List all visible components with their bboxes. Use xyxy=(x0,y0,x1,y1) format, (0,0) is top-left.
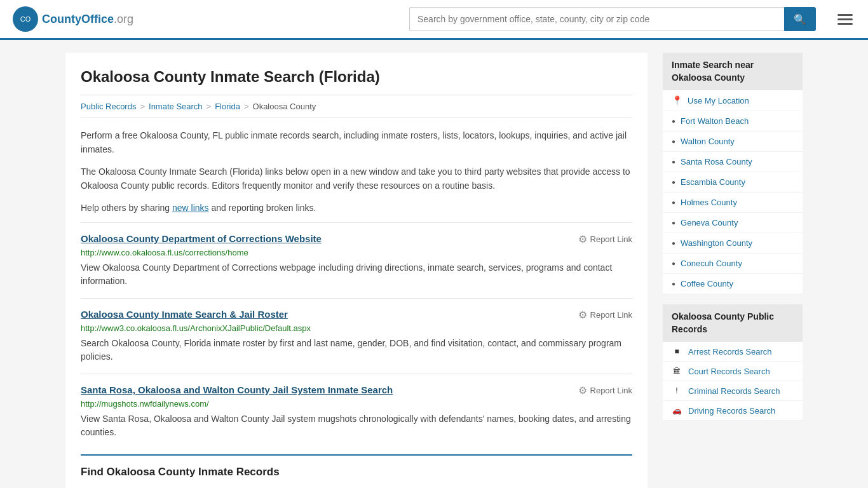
nearby-item-3[interactable]: ●Escambia County xyxy=(663,172,803,193)
nearby-item-8[interactable]: ●Coffee County xyxy=(663,274,803,294)
search-bar: 🔍 xyxy=(409,7,816,31)
find-desc: A Okaloosa County Inmate Search provides… xyxy=(81,485,632,488)
report-icon-1: ⚙ xyxy=(578,309,587,321)
pr-link-2[interactable]: Criminal Records Search xyxy=(688,386,780,396)
criminal-icon: ! xyxy=(672,386,682,396)
report-label-2: Report Link xyxy=(590,386,632,395)
logo-icon: CO xyxy=(13,6,38,32)
report-label-1: Report Link xyxy=(590,310,632,320)
pr-item-2[interactable]: !Criminal Records Search xyxy=(663,381,803,401)
public-records-section: Okaloosa County Public Records ■Arrest R… xyxy=(663,304,803,421)
public-records-header: Okaloosa County Public Records xyxy=(663,304,803,342)
main-content: Okaloosa County Inmate Search (Florida) … xyxy=(65,53,648,488)
report-link-0[interactable]: ⚙ Report Link xyxy=(578,233,632,245)
nearby-item-7[interactable]: ●Conecuh County xyxy=(663,254,803,274)
result-title-1[interactable]: Okaloosa County Inmate Search & Jail Ros… xyxy=(81,309,288,320)
use-my-location-link[interactable]: Use My Location xyxy=(688,96,749,105)
result-desc-1: Search Okaloosa County, Florida inmate r… xyxy=(81,337,632,363)
result-item-0: Okaloosa County Department of Correction… xyxy=(81,222,632,298)
report-link-1[interactable]: ⚙ Report Link xyxy=(578,309,632,321)
nearby-link-3[interactable]: Escambia County xyxy=(681,177,745,187)
breadcrumb-sep-1: > xyxy=(140,102,145,111)
nearby-item-5[interactable]: ●Geneva County xyxy=(663,213,803,233)
nearby-link-6[interactable]: Washington County xyxy=(681,238,752,248)
description-3: Help others by sharing new links and rep… xyxy=(81,201,632,215)
logo-text: CountyOffice.org xyxy=(42,13,133,26)
breadcrumb-public-records[interactable]: Public Records xyxy=(81,102,136,111)
location-icon: 📍 xyxy=(672,95,682,105)
site-logo[interactable]: CO CountyOffice.org xyxy=(13,6,133,32)
breadcrumb-sep-2: > xyxy=(207,102,212,111)
pr-link-0[interactable]: Arrest Records Search xyxy=(688,347,772,356)
menu-button[interactable] xyxy=(835,11,855,27)
nearby-item-1[interactable]: ●Walton County xyxy=(663,132,803,152)
report-icon-0: ⚙ xyxy=(578,233,587,245)
nearby-link-4[interactable]: Holmes County xyxy=(681,198,737,207)
arrest-icon: ■ xyxy=(672,346,682,356)
driving-icon: 🚗 xyxy=(672,405,682,416)
result-item-1: Okaloosa County Inmate Search & Jail Ros… xyxy=(81,298,632,374)
result-title-2[interactable]: Santa Rosa, Okaloosa and Walton County J… xyxy=(81,384,393,395)
nearby-items-container: ●Fort Walton Beach●Walton County●Santa R… xyxy=(663,111,803,294)
breadcrumb: Public Records > Inmate Search > Florida… xyxy=(81,95,632,118)
nearby-link-0[interactable]: Fort Walton Beach xyxy=(681,116,749,126)
pr-item-1[interactable]: 🏛Court Records Search xyxy=(663,362,803,381)
description-1: Perform a free Okaloosa County, FL publi… xyxy=(81,128,632,157)
sidebar: Inmate Search near Okaloosa County 📍 Use… xyxy=(663,53,803,488)
nearby-link-2[interactable]: Santa Rosa County xyxy=(681,157,752,166)
use-my-location-item[interactable]: 📍 Use My Location xyxy=(663,90,803,111)
result-item-2: Santa Rosa, Okaloosa and Walton County J… xyxy=(81,374,632,449)
result-title-0[interactable]: Okaloosa County Department of Correction… xyxy=(81,233,322,244)
nearby-dot-6: ● xyxy=(672,240,675,247)
breadcrumb-inmate-search[interactable]: Inmate Search xyxy=(149,102,203,111)
breadcrumb-florida[interactable]: Florida xyxy=(215,102,240,111)
page-title: Okaloosa County Inmate Search (Florida) xyxy=(81,68,632,86)
report-label-0: Report Link xyxy=(590,234,632,244)
nearby-section: Inmate Search near Okaloosa County 📍 Use… xyxy=(663,53,803,294)
nearby-link-1[interactable]: Walton County xyxy=(681,137,735,146)
nearby-dot-1: ● xyxy=(672,138,675,145)
nearby-item-6[interactable]: ●Washington County xyxy=(663,233,803,254)
nearby-link-8[interactable]: Coffee County xyxy=(681,279,733,288)
results-container: Okaloosa County Department of Correction… xyxy=(81,222,632,449)
nearby-dot-8: ● xyxy=(672,280,675,287)
new-links-link[interactable]: new links xyxy=(172,203,209,213)
report-link-2[interactable]: ⚙ Report Link xyxy=(578,384,632,396)
nearby-dot-5: ● xyxy=(672,219,675,226)
nearby-header: Inmate Search near Okaloosa County xyxy=(663,53,803,90)
svg-text:CO: CO xyxy=(20,15,31,23)
breadcrumb-current: Okaloosa County xyxy=(253,102,316,111)
page-container: Okaloosa County Inmate Search (Florida) … xyxy=(53,40,815,488)
report-icon-2: ⚙ xyxy=(578,384,587,396)
result-url-0[interactable]: http://www.co.okaloosa.fl.us/corrections… xyxy=(81,248,632,257)
description-2: The Okaloosa County Inmate Search (Flori… xyxy=(81,165,632,193)
nearby-link-7[interactable]: Conecuh County xyxy=(681,259,742,268)
nearby-dot-3: ● xyxy=(672,179,675,186)
breadcrumb-sep-3: > xyxy=(244,102,249,111)
pr-item-3[interactable]: 🚗Driving Records Search xyxy=(663,401,803,421)
nearby-dot-2: ● xyxy=(672,158,675,165)
nearby-dot-0: ● xyxy=(672,118,675,125)
nearby-link-5[interactable]: Geneva County xyxy=(681,218,738,227)
find-section: Find Okaloosa County Inmate Records A Ok… xyxy=(81,454,632,488)
site-header: CO CountyOffice.org 🔍 xyxy=(0,0,868,40)
pr-link-1[interactable]: Court Records Search xyxy=(688,367,770,376)
pr-link-3[interactable]: Driving Records Search xyxy=(688,406,775,416)
result-url-1[interactable]: http://www3.co.okaloosa.fl.us/ArchonixXJ… xyxy=(81,323,632,333)
find-title: Find Okaloosa County Inmate Records xyxy=(81,466,632,478)
search-input[interactable] xyxy=(409,7,784,31)
result-desc-2: View Santa Rosa, Okaloosa and Walton Cou… xyxy=(81,412,632,439)
nearby-item-0[interactable]: ●Fort Walton Beach xyxy=(663,111,803,132)
pr-items-container: ■Arrest Records Search🏛Court Records Sea… xyxy=(663,342,803,421)
nearby-dot-7: ● xyxy=(672,260,675,267)
court-icon: 🏛 xyxy=(672,366,682,376)
nearby-item-4[interactable]: ●Holmes County xyxy=(663,193,803,213)
search-button[interactable]: 🔍 xyxy=(784,7,816,31)
result-url-2[interactable]: http://mugshots.nwfdailynews.com/ xyxy=(81,399,632,409)
nearby-item-2[interactable]: ●Santa Rosa County xyxy=(663,152,803,172)
nearby-dot-4: ● xyxy=(672,199,675,206)
result-desc-0: View Okaloosa County Department of Corre… xyxy=(81,261,632,288)
pr-item-0[interactable]: ■Arrest Records Search xyxy=(663,342,803,362)
